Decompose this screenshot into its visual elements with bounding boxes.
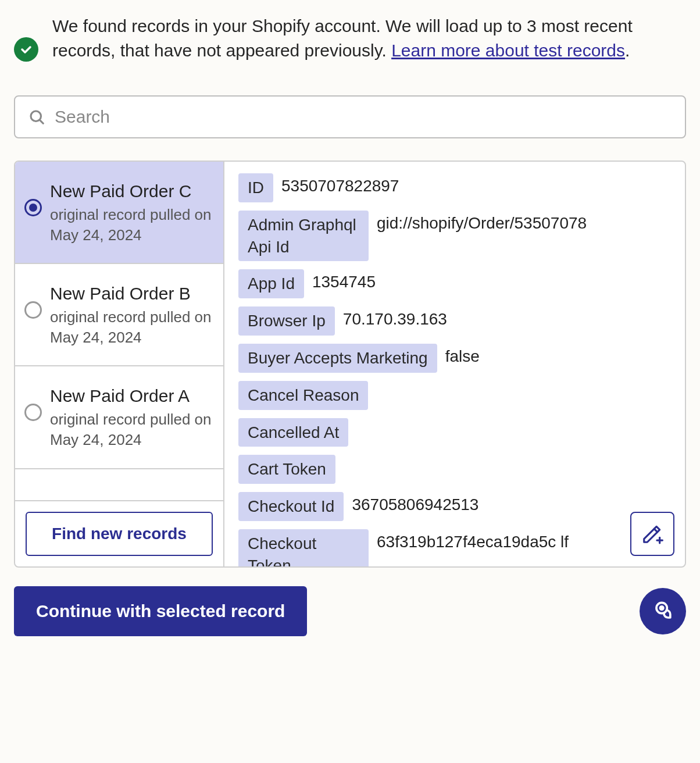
help-fab[interactable] — [640, 588, 686, 634]
record-detail: ID5350707822897Admin Graphql Api Idgid:/… — [224, 162, 685, 566]
detail-value: 5350707822897 — [281, 173, 399, 195]
detail-key: Browser Ip — [238, 306, 335, 336]
radio-icon — [24, 404, 42, 421]
record-title: New Paid Order B — [50, 284, 213, 304]
record-list-spacer — [15, 469, 223, 501]
radio-icon — [24, 199, 42, 216]
detail-value: 63f319b127f4eca19da5c lf — [377, 529, 569, 551]
detail-row: Checkout Token63f319b127f4eca19da5c lf — [238, 529, 671, 566]
detail-row: ID5350707822897 — [238, 173, 671, 202]
learn-more-link[interactable]: Learn more about test records — [391, 41, 625, 60]
detail-key: Cancel Reason — [238, 381, 368, 410]
detail-key: Cancelled At — [238, 418, 348, 447]
detail-row: Checkout Id36705806942513 — [238, 492, 671, 521]
edit-button[interactable] — [630, 512, 674, 556]
find-new-records-button[interactable]: Find new records — [26, 512, 213, 556]
detail-row: App Id1354745 — [238, 269, 671, 298]
record-subtitle: original record pulled on May 24, 2024 — [50, 205, 213, 245]
detail-row: Cancelled At — [238, 418, 671, 447]
record-subtitle: original record pulled on May 24, 2024 — [50, 409, 213, 450]
svg-line-1 — [40, 120, 44, 124]
detail-value: 70.170.39.163 — [343, 306, 447, 329]
info-text-after: . — [625, 41, 630, 60]
detail-row: Cancel Reason — [238, 381, 671, 410]
success-check-icon — [14, 37, 38, 62]
detail-key: Cart Token — [238, 455, 335, 484]
detail-key: Checkout Id — [238, 492, 344, 521]
detail-key: Buyer Accepts Marketing — [238, 344, 437, 373]
detail-key: Admin Graphql Api Id — [238, 211, 369, 262]
detail-key: Checkout Token — [238, 529, 369, 566]
record-list: New Paid Order Coriginal record pulled o… — [15, 162, 224, 566]
continue-button[interactable]: Continue with selected record — [14, 586, 307, 636]
record-subtitle: original record pulled on May 24, 2024 — [50, 307, 213, 348]
search-box[interactable] — [14, 95, 686, 138]
detail-value: false — [445, 344, 480, 366]
radio-icon — [24, 301, 42, 319]
bottom-bar: Continue with selected record — [14, 586, 686, 636]
search-input[interactable] — [55, 107, 672, 127]
record-item[interactable]: New Paid Order Boriginal record pulled o… — [15, 264, 223, 366]
info-banner: We found records in your Shopify account… — [14, 14, 686, 63]
svg-point-5 — [660, 607, 663, 610]
detail-key: ID — [238, 173, 273, 202]
record-item[interactable]: New Paid Order Aoriginal record pulled o… — [15, 366, 223, 469]
detail-value: 36705806942513 — [352, 492, 478, 514]
record-item[interactable]: New Paid Order Coriginal record pulled o… — [15, 162, 223, 264]
detail-row: Browser Ip70.170.39.163 — [238, 306, 671, 336]
detail-value: gid://shopify/Order/53507078 — [377, 211, 587, 233]
detail-key: App Id — [238, 269, 304, 298]
detail-row: Buyer Accepts Marketingfalse — [238, 344, 671, 373]
detail-row: Admin Graphql Api Idgid://shopify/Order/… — [238, 211, 671, 262]
record-title: New Paid Order A — [50, 386, 213, 406]
search-icon — [28, 108, 45, 126]
detail-value: 1354745 — [312, 269, 376, 291]
detail-row: Cart Token — [238, 455, 671, 484]
info-text: We found records in your Shopify account… — [52, 14, 686, 63]
records-panel: New Paid Order Coriginal record pulled o… — [14, 161, 686, 568]
record-title: New Paid Order C — [50, 181, 213, 201]
